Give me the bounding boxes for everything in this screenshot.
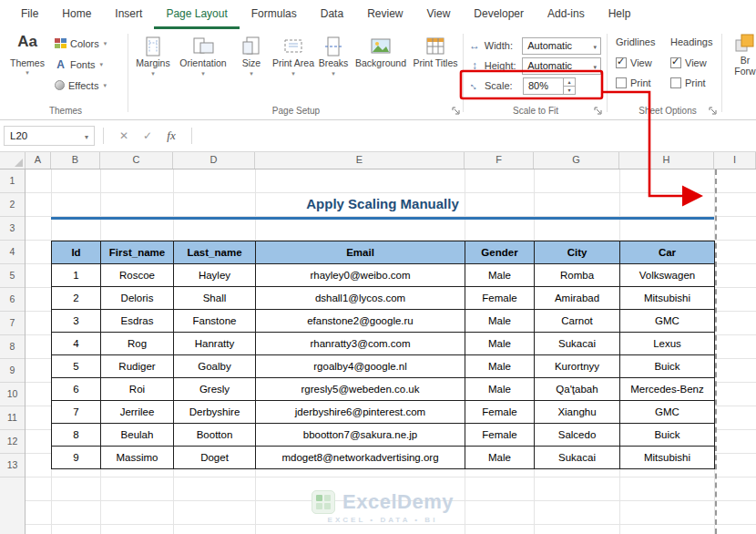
enter-icon[interactable]: ✓ (136, 129, 159, 142)
table-cell[interactable]: Male (465, 333, 535, 355)
table-cell[interactable]: 3 (52, 310, 101, 333)
column-header-B[interactable]: B (51, 152, 100, 169)
table-cell[interactable]: Mercedes-Benz (620, 378, 715, 401)
table-cell[interactable]: Salcedo (535, 424, 620, 447)
table-cell[interactable]: Male (465, 310, 535, 333)
row-header-3[interactable]: 3 (0, 217, 25, 241)
table-header-Last_name[interactable]: Last_name (174, 241, 256, 264)
column-header-I[interactable]: I (714, 152, 756, 169)
table-cell[interactable]: 6 (52, 378, 101, 401)
column-header-E[interactable]: E (255, 152, 465, 169)
table-cell[interactable]: Xianghu (535, 401, 620, 424)
table-cell[interactable]: Fanstone (174, 310, 256, 333)
sheet-grid[interactable]: Apply Scaling Manually IdFirst_nameLast_… (26, 169, 756, 534)
table-cell[interactable]: Male (465, 355, 535, 378)
table-cell[interactable]: Romba (535, 264, 620, 287)
tab-file[interactable]: File (9, 0, 50, 29)
column-header-C[interactable]: C (100, 152, 173, 169)
select-all-corner[interactable] (0, 152, 26, 169)
name-box[interactable]: L20 (4, 126, 95, 146)
column-header-G[interactable]: G (534, 152, 619, 169)
table-cell[interactable]: Esdras (101, 310, 174, 333)
table-cell[interactable]: Rudiger (101, 355, 174, 378)
sheet-options-dialog-launcher-icon[interactable] (708, 106, 718, 116)
table-header-First_name[interactable]: First_name (101, 241, 174, 264)
table-cell[interactable]: Hayley (174, 264, 256, 287)
row-header-11[interactable]: 11 (0, 406, 25, 430)
table-cell[interactable]: 9 (52, 447, 101, 469)
tab-help[interactable]: Help (597, 0, 643, 29)
breaks-button[interactable]: Breaks ▾ (315, 32, 352, 77)
table-cell[interactable]: Jerrilee (101, 401, 174, 424)
table-cell[interactable]: Buick (620, 424, 715, 447)
tab-data[interactable]: Data (309, 0, 355, 29)
table-cell[interactable]: Male (465, 378, 535, 401)
tab-view[interactable]: View (415, 0, 463, 29)
table-cell[interactable]: jderbyshire6@pinterest.com (256, 401, 465, 424)
row-header-1[interactable]: 1 (0, 169, 25, 193)
headings-print-checkbox[interactable]: Print (670, 75, 721, 91)
table-cell[interactable]: 4 (52, 333, 101, 355)
table-cell[interactable]: mdoget8@networkadvertising.org (256, 447, 465, 469)
row-header-2[interactable]: 2 (0, 193, 25, 217)
table-cell[interactable]: Kurortnyy (535, 355, 620, 378)
height-select[interactable]: Automatic (522, 57, 601, 75)
row-header-13[interactable]: 13 (0, 454, 25, 478)
row-header-10[interactable]: 10 (0, 383, 25, 406)
table-cell[interactable]: GMC (620, 310, 715, 333)
table-cell[interactable]: Female (465, 401, 535, 424)
table-cell[interactable]: Qa'ţabah (535, 378, 620, 401)
table-cell[interactable]: Massimo (101, 447, 174, 469)
size-button[interactable]: Size ▾ (231, 32, 271, 77)
tab-page-layout[interactable]: Page Layout (154, 0, 239, 29)
table-cell[interactable]: Buick (620, 355, 715, 378)
table-header-Gender[interactable]: Gender (465, 241, 535, 264)
table-cell[interactable]: rgoalby4@google.nl (256, 355, 465, 378)
themes-button[interactable]: Aa Themes ▾ (5, 31, 49, 100)
table-cell[interactable]: Sukacai (535, 333, 620, 355)
table-cell[interactable]: Shall (174, 287, 256, 310)
row-header-9[interactable]: 9 (0, 359, 25, 383)
table-header-Email[interactable]: Email (256, 241, 465, 264)
page-setup-dialog-launcher-icon[interactable] (451, 106, 461, 116)
gridlines-view-checkbox[interactable]: View (616, 55, 667, 71)
table-cell[interactable]: Volkswagen (620, 264, 715, 287)
cancel-icon[interactable]: ✕ (112, 129, 136, 142)
table-cell[interactable]: rhanratty3@com.com (256, 333, 465, 355)
background-button[interactable]: Background (352, 32, 410, 69)
worksheet-title-cell[interactable]: Apply Scaling Manually (51, 193, 714, 220)
table-cell[interactable]: Roscoe (101, 264, 174, 287)
table-cell[interactable]: 8 (52, 424, 101, 447)
row-header-6[interactable]: 6 (0, 288, 25, 312)
table-cell[interactable]: Sukacai (535, 447, 620, 469)
gridlines-print-checkbox[interactable]: Print (616, 75, 667, 91)
scale-increase-button[interactable] (564, 78, 575, 87)
row-header-5[interactable]: 5 (0, 264, 25, 288)
table-cell[interactable]: bbootton7@sakura.ne.jp (256, 424, 465, 447)
table-cell[interactable]: 7 (52, 401, 101, 424)
row-header-8[interactable]: 8 (0, 335, 25, 359)
table-cell[interactable]: 1 (52, 264, 101, 287)
fonts-button[interactable]: A Fonts (55, 55, 126, 74)
margins-button[interactable]: Margins ▾ (131, 32, 175, 77)
table-cell[interactable]: Mitsubishi (620, 287, 715, 310)
scale-decrease-button[interactable] (564, 87, 575, 94)
table-cell[interactable]: Roi (101, 378, 174, 401)
table-cell[interactable]: Female (465, 287, 535, 310)
table-cell[interactable]: Female (465, 424, 535, 447)
tab-insert[interactable]: Insert (103, 0, 154, 29)
table-cell[interactable]: Bootton (174, 424, 256, 447)
row-header-12[interactable]: 12 (0, 430, 25, 454)
table-cell[interactable]: 2 (52, 287, 101, 310)
tab-formulas[interactable]: Formulas (240, 0, 309, 29)
table-cell[interactable]: Lexus (620, 333, 715, 355)
tab-review[interactable]: Review (355, 0, 414, 29)
table-cell[interactable]: Beulah (101, 424, 174, 447)
row-header-7[interactable]: 7 (0, 312, 25, 335)
tab-add-ins[interactable]: Add-ins (536, 0, 597, 29)
table-cell[interactable]: Carnot (535, 310, 620, 333)
table-cell[interactable]: Deloris (101, 287, 174, 310)
row-header-4[interactable]: 4 (0, 241, 25, 264)
table-header-City[interactable]: City (535, 241, 620, 264)
table-cell[interactable]: rgresly5@webeden.co.uk (256, 378, 465, 401)
